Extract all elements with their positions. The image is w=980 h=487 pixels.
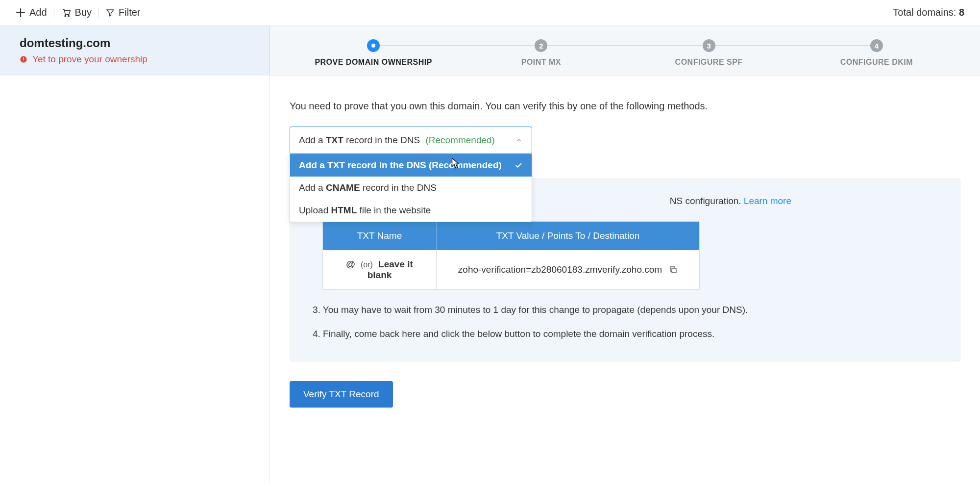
check-icon xyxy=(514,161,523,170)
main: domtesting.com Yet to prove your ownersh… xyxy=(0,26,980,482)
svg-point-1 xyxy=(68,15,69,16)
verification-method-dropdown-wrap: Add a TXT record in the DNS (Recommended… xyxy=(290,127,532,154)
txt-name-cell: @ (or) Leave it blank xyxy=(323,250,437,289)
total-domains-count: 8 xyxy=(959,7,964,18)
stepper: PROVE DOMAIN OWNERSHIP 2 POINT MX 3 CONF… xyxy=(270,26,980,76)
step-circle-4: 4 xyxy=(870,39,883,52)
intro-text: You need to prove that you own this doma… xyxy=(290,101,960,112)
step-circle-1 xyxy=(367,39,380,52)
step-line xyxy=(373,45,541,46)
filter-button[interactable]: Filter xyxy=(106,7,140,18)
dropdown-option-txt-label: Add a TXT record in the DNS (Recommended… xyxy=(299,160,502,171)
chevron-up-icon xyxy=(515,136,523,144)
dropdown-recommended-tag: (Recommended) xyxy=(425,135,495,145)
opt2-pre: Add a xyxy=(299,182,326,193)
step-label-2: POINT MX xyxy=(521,58,561,67)
dropdown-bold: TXT xyxy=(326,135,343,145)
step-label-1: PROVE DOMAIN OWNERSHIP xyxy=(315,58,432,67)
content: PROVE DOMAIN OWNERSHIP 2 POINT MX 3 CONF… xyxy=(270,26,980,482)
content-body: You need to prove that you own this doma… xyxy=(270,76,980,432)
opt2-post: record in the DNS xyxy=(360,182,437,193)
copy-icon[interactable] xyxy=(669,265,678,274)
step-circle-2: 2 xyxy=(535,39,547,52)
partial-text: NS configuration. xyxy=(670,196,744,206)
buy-label: Buy xyxy=(75,7,92,18)
opt3-bold: HTML xyxy=(331,205,357,215)
svg-rect-5 xyxy=(672,268,676,273)
domain-status-text: Yet to prove your ownership xyxy=(32,54,147,65)
svg-rect-4 xyxy=(23,61,24,61)
at-symbol: @ xyxy=(346,259,355,269)
total-domains: Total domains: 8 xyxy=(893,7,964,18)
add-button[interactable]: Add xyxy=(16,7,47,18)
dropdown-option-cname-label: Add a CNAME record in the DNS xyxy=(299,182,437,193)
step-line xyxy=(709,45,877,46)
add-label: Add xyxy=(29,7,47,18)
toolbar-left: Add Buy Filter xyxy=(16,7,141,18)
or-text: (or) xyxy=(361,260,373,269)
domain-status: Yet to prove your ownership xyxy=(20,54,249,65)
dropdown-post: record in the DNS xyxy=(343,135,420,145)
step-label-3: CONFIGURE SPF xyxy=(675,58,743,67)
learn-more-link[interactable]: Learn more xyxy=(744,196,791,206)
dropdown-option-html[interactable]: Upload HTML file in the website xyxy=(290,199,532,222)
toolbar-divider xyxy=(98,8,99,18)
step-prove-ownership[interactable]: PROVE DOMAIN OWNERSHIP xyxy=(290,39,457,67)
warning-icon xyxy=(20,55,27,63)
plus-icon xyxy=(16,8,25,18)
step-label-4: CONFIGURE DKIM xyxy=(840,58,913,67)
txt-table-row: @ (or) Leave it blank zoho-verification=… xyxy=(323,250,699,289)
toolbar: Add Buy Filter Total domains: 8 xyxy=(0,0,980,26)
filter-icon xyxy=(106,8,115,17)
domain-card[interactable]: domtesting.com Yet to prove your ownersh… xyxy=(0,26,270,76)
svg-point-0 xyxy=(65,15,66,16)
txt-name-header: TXT Name xyxy=(323,222,437,250)
dropdown-menu: Add a TXT record in the DNS (Recommended… xyxy=(290,154,532,222)
step-configure-spf[interactable]: 3 CONFIGURE SPF xyxy=(625,39,793,67)
filter-label: Filter xyxy=(119,7,140,18)
total-domains-label: Total domains: xyxy=(893,7,959,18)
step-point-mx[interactable]: 2 POINT MX xyxy=(457,39,625,67)
opt2-bold: CNAME xyxy=(326,182,360,193)
opt3-pre: Upload xyxy=(299,205,331,215)
dropdown-option-html-label: Upload HTML file in the website xyxy=(299,205,431,216)
domain-name: domtesting.com xyxy=(20,36,249,50)
verification-method-dropdown[interactable]: Add a TXT record in the DNS (Recommended… xyxy=(290,127,532,154)
buy-button[interactable]: Buy xyxy=(61,7,92,18)
toolbar-divider xyxy=(54,8,54,18)
txt-value-text: zoho-verification=zb28060183.zmverify.zo… xyxy=(458,264,662,275)
leave-blank-text: Leave it blank xyxy=(368,259,413,280)
step-circle-3: 3 xyxy=(703,39,715,52)
cart-icon xyxy=(61,8,71,18)
svg-rect-3 xyxy=(23,57,24,60)
dropdown-selected-text: Add a TXT record in the DNS (Recommended… xyxy=(299,135,495,146)
instruction-3: 3. You may have to wait from 30 minutes … xyxy=(313,303,937,317)
txt-record-table: TXT Name TXT Value / Points To / Destina… xyxy=(322,221,700,290)
verify-txt-record-button[interactable]: Verify TXT Record xyxy=(290,381,393,408)
dropdown-option-txt[interactable]: Add a TXT record in the DNS (Recommended… xyxy=(290,154,532,177)
dropdown-option-cname[interactable]: Add a CNAME record in the DNS xyxy=(290,177,532,199)
step-configure-dkim[interactable]: 4 CONFIGURE DKIM xyxy=(793,39,960,67)
opt3-post: file in the website xyxy=(357,205,431,215)
txt-table-header: TXT Name TXT Value / Points To / Destina… xyxy=(323,222,699,250)
sidebar: domtesting.com Yet to prove your ownersh… xyxy=(0,26,270,482)
instruction-4: 4. Finally, come back here and click the… xyxy=(313,327,937,341)
step-line xyxy=(541,45,709,46)
txt-value-cell: zoho-verification=zb28060183.zmverify.zo… xyxy=(437,250,699,289)
txt-value-header: TXT Value / Points To / Destination xyxy=(437,222,699,250)
dropdown-pre: Add a xyxy=(299,135,326,145)
